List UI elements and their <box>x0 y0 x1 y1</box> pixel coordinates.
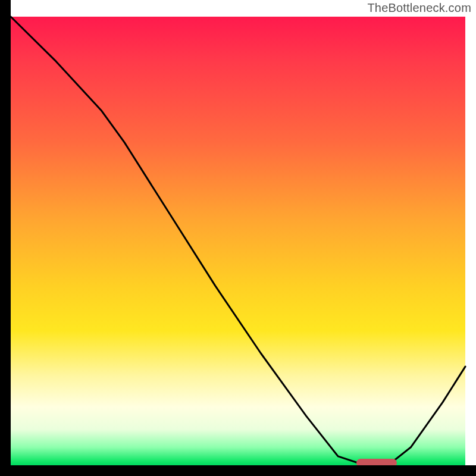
watermark-text: TheBottleneck.com <box>367 1 471 15</box>
chart-frame: TheBottleneck.com <box>0 0 476 476</box>
bottleneck-curve <box>11 17 465 465</box>
x-axis-line <box>0 465 476 476</box>
y-axis-line <box>0 0 11 476</box>
